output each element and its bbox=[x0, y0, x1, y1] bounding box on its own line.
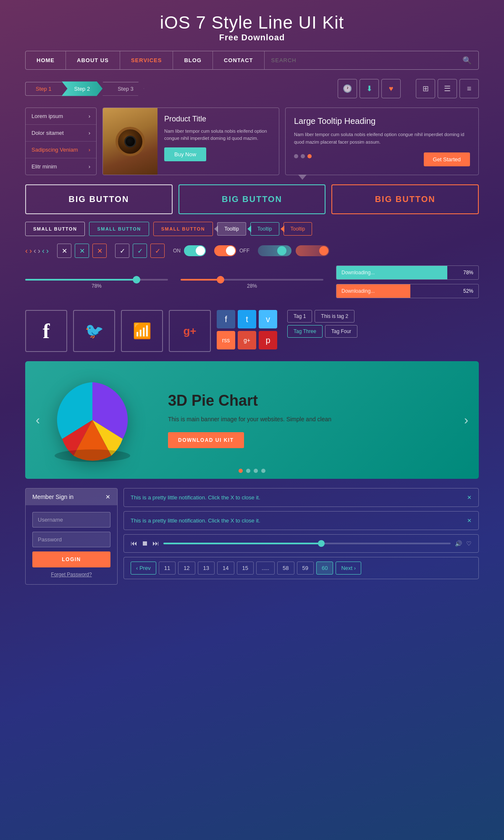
cross-teal[interactable]: ✕ bbox=[75, 244, 89, 258]
nav-contact[interactable]: CONTACT bbox=[213, 51, 265, 69]
nav-blog[interactable]: BLOG bbox=[173, 51, 213, 69]
page-58[interactable]: 58 bbox=[277, 562, 294, 575]
grid-view-icon[interactable]: ⊞ bbox=[416, 79, 435, 98]
nav-services[interactable]: SERVICES bbox=[120, 51, 173, 69]
volume-icon[interactable]: 🔊 bbox=[455, 540, 462, 547]
page-59[interactable]: 59 bbox=[297, 562, 314, 575]
sidebar-item-sadipscing[interactable]: Sadipscing Veniam › bbox=[26, 142, 96, 158]
tag-2[interactable]: This is tag 2 bbox=[315, 310, 354, 323]
big-button-dark[interactable]: BIG BUTTON bbox=[25, 184, 173, 214]
big-button-orange[interactable]: BIG BUTTON bbox=[331, 184, 479, 214]
check-dark[interactable]: ✓ bbox=[115, 244, 129, 258]
cross-orange[interactable]: ✕ bbox=[92, 244, 107, 258]
track-knob-teal bbox=[277, 246, 286, 255]
tag-four[interactable]: Tag Four bbox=[325, 325, 357, 338]
social-sm-facebook[interactable]: f bbox=[217, 310, 235, 328]
tooltip-description: Nam liber tempor cum soluta nobis eleife… bbox=[294, 131, 470, 146]
username-input[interactable] bbox=[32, 512, 110, 528]
social-rss-big[interactable]: 📶 bbox=[121, 310, 163, 352]
toggle-switch-orange[interactable] bbox=[214, 245, 236, 256]
download-button[interactable]: DOWNLOAD UI KIT bbox=[168, 432, 244, 448]
social-sm-gplus[interactable]: g+ bbox=[238, 331, 256, 349]
sidebar-item-lorem[interactable]: Lorem ipsum › bbox=[26, 108, 96, 125]
social-sm-pinterest[interactable]: p bbox=[259, 331, 277, 349]
buy-button[interactable]: Buy Now bbox=[164, 147, 206, 161]
forward-icon[interactable]: ⏭ bbox=[152, 540, 159, 547]
track-teal[interactable] bbox=[258, 245, 291, 256]
page-13[interactable]: 13 bbox=[198, 562, 215, 575]
banner-dot-1[interactable] bbox=[239, 469, 243, 473]
step-2[interactable]: Step 2 bbox=[62, 81, 103, 96]
social-sm-rss[interactable]: rss bbox=[217, 331, 235, 349]
cross-dark[interactable]: ✕ bbox=[57, 244, 71, 258]
chevron-left-orange[interactable]: ‹ bbox=[25, 247, 28, 255]
social-facebook-big[interactable]: f bbox=[25, 310, 67, 352]
heart-icon[interactable]: ♡ bbox=[466, 540, 472, 547]
toggle-switch-on[interactable] bbox=[184, 245, 206, 256]
page-60[interactable]: 60 bbox=[316, 562, 333, 575]
banner-dot-3[interactable] bbox=[254, 469, 258, 473]
clock-icon-btn[interactable]: 🕐 bbox=[338, 79, 357, 98]
banner-prev-arrow[interactable]: ‹ bbox=[29, 413, 46, 427]
menu-view-icon[interactable]: ≡ bbox=[459, 79, 479, 98]
big-button-teal[interactable]: BIG BUTTON bbox=[178, 184, 326, 214]
download-icon-btn[interactable]: ⬇ bbox=[360, 79, 379, 98]
notification-2-close[interactable]: ✕ bbox=[467, 517, 472, 524]
product-title: Product Title bbox=[164, 115, 272, 123]
page-11[interactable]: 11 bbox=[159, 562, 176, 575]
chevron-left-dark[interactable]: ‹ bbox=[34, 247, 36, 255]
tag-1[interactable]: Tag 1 bbox=[287, 310, 312, 323]
signin-close-icon[interactable]: ✕ bbox=[105, 494, 110, 500]
chevron-right-teal[interactable]: › bbox=[46, 247, 49, 255]
login-button[interactable]: LOGIN bbox=[32, 551, 110, 567]
tooltip-teal[interactable]: Tooltip bbox=[250, 222, 279, 236]
forgot-password-link[interactable]: Forget Password? bbox=[32, 572, 110, 578]
small-button-dark[interactable]: SMALL BUTTON bbox=[25, 222, 85, 236]
heart-icon-btn[interactable]: ♥ bbox=[381, 79, 401, 98]
page-12[interactable]: 12 bbox=[178, 562, 195, 575]
social-sm-twitter[interactable]: t bbox=[238, 310, 256, 328]
notification-1-close[interactable]: ✕ bbox=[467, 494, 472, 501]
social-twitter-big[interactable]: 🐦 bbox=[73, 310, 115, 352]
search-icon[interactable]: 🔍 bbox=[462, 56, 472, 65]
banner-dot-2[interactable] bbox=[246, 469, 250, 473]
range-thumb-teal[interactable] bbox=[133, 276, 140, 284]
chevron-right-dark[interactable]: › bbox=[38, 247, 40, 255]
stop-icon[interactable]: ⏹ bbox=[142, 540, 148, 547]
chevron-left-teal[interactable]: ‹ bbox=[42, 247, 45, 255]
social-sm-vimeo[interactable]: v bbox=[259, 310, 277, 328]
list-view-icon[interactable]: ☰ bbox=[438, 79, 457, 98]
check-orange[interactable]: ✓ bbox=[150, 244, 165, 258]
tooltip-dark[interactable]: Tooltip bbox=[217, 222, 246, 236]
tooltip-orange[interactable]: Tooltip bbox=[284, 222, 312, 236]
sidebar-item-elitr[interactable]: Elitr minim › bbox=[26, 158, 96, 175]
next-button[interactable]: Next › bbox=[336, 562, 361, 575]
small-buttons-row: SMALL BUTTON SMALL BUTTON SMALL BUTTON T… bbox=[25, 222, 479, 236]
small-button-orange[interactable]: SMALL BUTTON bbox=[153, 222, 213, 236]
social-gplus-big[interactable]: g+ bbox=[169, 310, 211, 352]
page-15[interactable]: 15 bbox=[237, 562, 254, 575]
get-started-button[interactable]: Get Started bbox=[424, 152, 470, 166]
rewind-icon[interactable]: ⏮ bbox=[131, 540, 137, 547]
sidebar-item-dolor[interactable]: Dolor sitamet › bbox=[26, 125, 96, 142]
track-orange[interactable] bbox=[296, 245, 329, 256]
prev-button[interactable]: ‹ Prev bbox=[131, 562, 156, 575]
search-input[interactable] bbox=[271, 57, 462, 63]
step-1[interactable]: Step 1 bbox=[25, 82, 62, 96]
banner-dot-4[interactable] bbox=[261, 469, 265, 473]
page-ellipsis: ..... bbox=[256, 562, 275, 575]
track-knob-orange bbox=[319, 246, 328, 255]
nav-about[interactable]: ABOUT US bbox=[66, 51, 120, 69]
banner-next-arrow[interactable]: › bbox=[458, 413, 475, 427]
check-teal[interactable]: ✓ bbox=[133, 244, 147, 258]
tag-three[interactable]: Tag Three bbox=[287, 325, 323, 338]
password-input[interactable] bbox=[32, 532, 110, 547]
media-progress-bar[interactable] bbox=[163, 543, 451, 544]
step-3[interactable]: Step 3 bbox=[102, 82, 144, 96]
range-orange: 28% bbox=[181, 279, 323, 289]
range-thumb-orange[interactable] bbox=[217, 276, 224, 284]
chevron-right-orange[interactable]: › bbox=[29, 247, 32, 255]
nav-home[interactable]: HOME bbox=[26, 51, 66, 69]
small-button-teal[interactable]: SMALL BUTTON bbox=[89, 222, 149, 236]
page-14[interactable]: 14 bbox=[217, 562, 234, 575]
